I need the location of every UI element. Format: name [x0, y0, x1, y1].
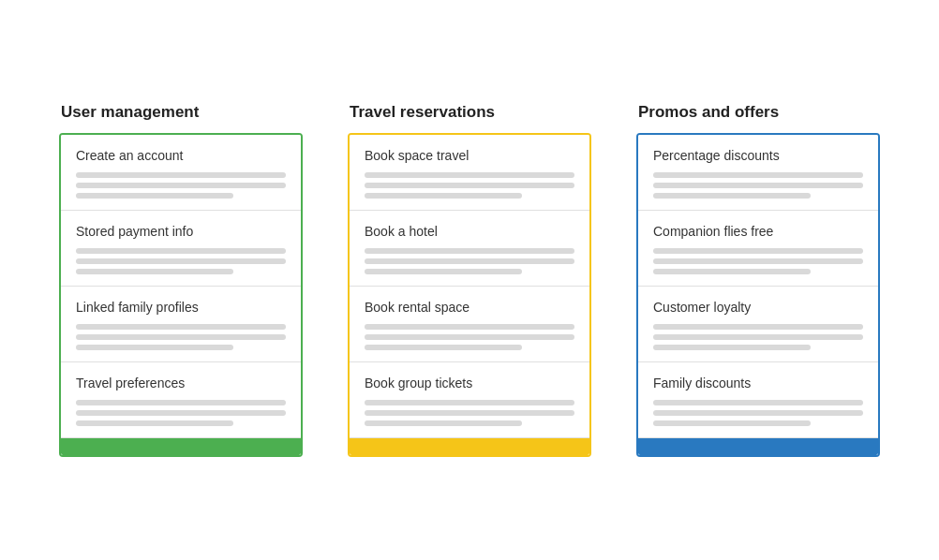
card-line — [365, 334, 574, 340]
card-user-management-1[interactable]: Stored payment info — [61, 211, 301, 287]
column-travel-reservations: Travel reservationsBook space travelBook… — [348, 103, 591, 457]
column-footer-travel-reservations — [350, 438, 589, 455]
card-line — [653, 269, 811, 274]
card-lines-travel-reservations-2 — [365, 324, 574, 350]
card-line — [365, 410, 574, 416]
card-line — [76, 324, 286, 330]
card-travel-reservations-0[interactable]: Book space travel — [350, 135, 589, 211]
column-title-promos-and-offers: Promos and offers — [636, 103, 880, 122]
card-line — [653, 193, 811, 199]
column-body-user-management: Create an accountStored payment infoLink… — [59, 133, 303, 457]
card-user-management-3[interactable]: Travel preferences — [61, 362, 301, 438]
page-wrapper: User managementCreate an accountStored p… — [14, 73, 925, 487]
card-promos-and-offers-3[interactable]: Family discounts — [638, 362, 878, 438]
card-line — [76, 400, 286, 405]
card-travel-reservations-1[interactable]: Book a hotel — [350, 211, 589, 287]
column-footer-promos-and-offers — [638, 438, 878, 455]
card-lines-promos-and-offers-0 — [653, 172, 863, 199]
column-body-travel-reservations: Book space travelBook a hotelBook rental… — [348, 133, 591, 457]
card-line — [653, 258, 863, 264]
card-lines-user-management-1 — [76, 248, 286, 274]
card-title-user-management-1: Stored payment info — [76, 224, 286, 239]
card-title-user-management-2: Linked family profiles — [76, 300, 286, 315]
column-promos-and-offers: Promos and offersPercentage discountsCom… — [636, 103, 880, 457]
column-title-user-management: User management — [59, 103, 303, 122]
card-line — [653, 183, 863, 188]
card-lines-promos-and-offers-1 — [653, 248, 863, 274]
card-travel-reservations-2[interactable]: Book rental space — [350, 287, 589, 362]
card-line — [653, 410, 863, 416]
card-title-user-management-3: Travel preferences — [76, 376, 286, 391]
card-line — [653, 420, 811, 426]
card-line — [76, 334, 286, 340]
card-line — [365, 193, 522, 199]
card-lines-user-management-3 — [76, 400, 286, 426]
card-lines-user-management-0 — [76, 172, 286, 199]
card-line — [653, 324, 863, 330]
card-title-travel-reservations-3: Book group tickets — [365, 376, 574, 391]
card-line — [76, 172, 286, 178]
card-line — [76, 248, 286, 254]
card-line — [365, 345, 522, 350]
card-title-promos-and-offers-0: Percentage discounts — [653, 148, 863, 163]
card-lines-promos-and-offers-2 — [653, 324, 863, 350]
card-line — [653, 248, 863, 254]
card-lines-travel-reservations-0 — [365, 172, 574, 199]
card-line — [76, 193, 233, 199]
card-line — [365, 269, 522, 274]
card-line — [365, 258, 574, 264]
card-user-management-2[interactable]: Linked family profiles — [61, 287, 301, 362]
card-title-promos-and-offers-2: Customer loyalty — [653, 300, 863, 315]
card-line — [653, 334, 863, 340]
card-title-promos-and-offers-1: Companion flies free — [653, 224, 863, 239]
card-line — [365, 172, 574, 178]
card-line — [76, 345, 233, 350]
card-line — [365, 420, 522, 426]
card-user-management-0[interactable]: Create an account — [61, 135, 301, 211]
column-footer-user-management — [61, 438, 301, 455]
column-body-promos-and-offers: Percentage discountsCompanion flies free… — [636, 133, 880, 457]
card-line — [365, 324, 574, 330]
card-line — [653, 172, 863, 178]
card-title-user-management-0: Create an account — [76, 148, 286, 163]
card-title-travel-reservations-0: Book space travel — [365, 148, 574, 163]
card-lines-travel-reservations-1 — [365, 248, 574, 274]
card-line — [76, 420, 233, 426]
card-promos-and-offers-1[interactable]: Companion flies free — [638, 211, 878, 287]
column-title-travel-reservations: Travel reservations — [348, 103, 591, 122]
card-line — [76, 410, 286, 416]
card-title-travel-reservations-2: Book rental space — [365, 300, 574, 315]
card-lines-promos-and-offers-3 — [653, 400, 863, 426]
card-promos-and-offers-2[interactable]: Customer loyalty — [638, 287, 878, 362]
card-travel-reservations-3[interactable]: Book group tickets — [350, 362, 589, 438]
card-lines-travel-reservations-3 — [365, 400, 574, 426]
card-line — [365, 400, 574, 405]
card-line — [365, 183, 574, 188]
card-line — [76, 269, 233, 274]
card-line — [653, 400, 863, 405]
card-line — [365, 248, 574, 254]
card-lines-user-management-2 — [76, 324, 286, 350]
card-title-promos-and-offers-3: Family discounts — [653, 376, 863, 391]
card-line — [653, 345, 811, 350]
card-promos-and-offers-0[interactable]: Percentage discounts — [638, 135, 878, 211]
card-line — [76, 258, 286, 264]
card-line — [76, 183, 286, 188]
card-title-travel-reservations-1: Book a hotel — [365, 224, 574, 239]
column-user-management: User managementCreate an accountStored p… — [59, 103, 303, 457]
